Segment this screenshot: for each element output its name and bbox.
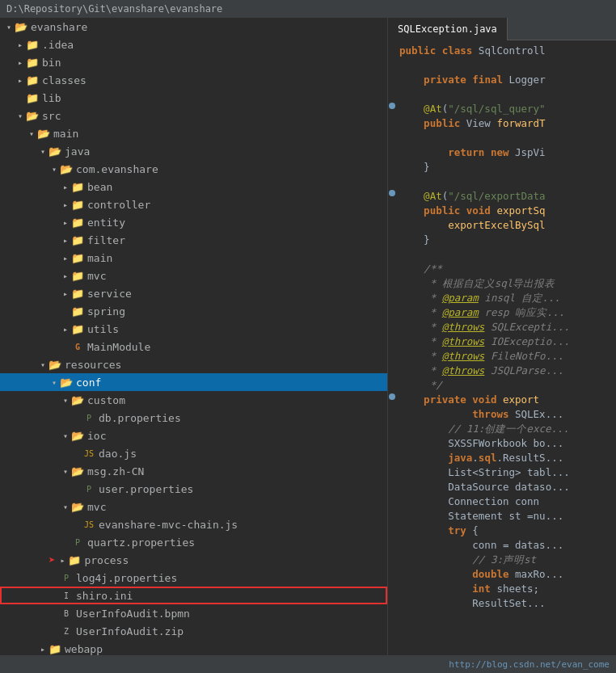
code-line: * 根据自定义sql导出报表: [399, 276, 613, 291]
tree-item-com.evanshare[interactable]: 📂com.evanshare: [0, 160, 387, 178]
gutter: [388, 40, 396, 655]
gutter-marker: [389, 103, 395, 109]
tree-item-service[interactable]: 📁service: [0, 284, 387, 302]
tree-icon-file-ini: I: [60, 589, 73, 602]
tree-label: dao.js: [99, 448, 384, 460]
main-area: 📂evanshare📁.idea📁bin📁classes📁lib📂src📂mai…: [0, 18, 616, 655]
tree-item-UserInfoAudit.bpmn[interactable]: BUserInfoAudit.bpmn: [0, 604, 387, 622]
bottom-bar: http://blog.csdn.net/evan_come: [0, 655, 616, 673]
code-line: List<String> tabl...: [399, 465, 613, 480]
tree-item-msg.zh-CN[interactable]: 📂msg.zh-CN: [0, 462, 387, 480]
tree-arrow: [15, 40, 26, 49]
tree-item-java[interactable]: 📂java: [0, 142, 387, 160]
tree-item-src[interactable]: 📂src: [0, 107, 387, 124]
tree-item-idea[interactable]: 📁.idea: [0, 36, 387, 53]
tree-label: webapp: [65, 643, 384, 655]
tree-label: bean: [87, 181, 384, 193]
tree-arrow: [60, 236, 71, 245]
tree-label: main: [87, 252, 384, 264]
project-path: D:\Repository\Git\evanshare\evanshare: [6, 3, 222, 15]
code-line: [399, 131, 613, 145]
tree-item-main[interactable]: 📂main: [0, 124, 387, 142]
tree-icon-folder: 📁: [71, 216, 84, 229]
tree-label: UserInfoAudit.zip: [76, 625, 384, 637]
tree-item-bean[interactable]: 📁bean: [0, 178, 387, 196]
bottom-url: http://blog.csdn.net/evan_come: [449, 659, 610, 670]
tree-item-MainModule[interactable]: GMainModule: [0, 338, 387, 355]
tree-item-conf[interactable]: 📂conf: [0, 373, 387, 391]
tree-item-shiro.ini[interactable]: Ishiro.ini: [0, 587, 387, 604]
tree-arrow: [37, 147, 49, 156]
tree-arrow: [37, 360, 49, 369]
tree-item-classes[interactable]: 📁classes: [0, 71, 387, 89]
tree-item-bin[interactable]: 📁bin: [0, 53, 387, 71]
tree-label: mvc: [87, 270, 384, 282]
tree-icon-folder-open: 📂: [71, 429, 84, 442]
tree-item-entity[interactable]: 📁entity: [0, 213, 387, 231]
tree-item-webapp[interactable]: 📁webapp: [0, 640, 387, 655]
tree-icon-file-props: P: [71, 536, 84, 549]
tree-item-UserInfoAudit.zip[interactable]: ZUserInfoAudit.zip: [0, 622, 387, 640]
tree-icon-folder-open: 📂: [71, 500, 84, 513]
tree-icon-folder-open: 📂: [71, 393, 84, 406]
code-panel: SQLException.java: [388, 18, 616, 655]
tree-icon-folder: 📁: [26, 56, 39, 69]
code-line: double maxRo...: [399, 567, 613, 582]
tree-item-evanshare[interactable]: 📂evanshare: [0, 18, 387, 36]
tree-arrow: [60, 467, 71, 476]
tree-label: classes: [42, 74, 384, 86]
tree-icon-folder-open: 📂: [49, 145, 61, 158]
tree-label: log4j.properties: [76, 572, 384, 584]
tree-item-quartz.properties[interactable]: Pquartz.properties: [0, 533, 387, 551]
tree-arrow: [3, 23, 15, 32]
code-line: Statement st =nu...: [399, 509, 613, 524]
tree-item-resources[interactable]: 📂resources: [0, 355, 387, 373]
tree-label: filter: [87, 234, 384, 246]
code-line: * @param resp 响应实...: [399, 305, 613, 320]
tree-item-log4j.properties[interactable]: Plog4j.properties: [0, 569, 387, 587]
tree-item-ioc[interactable]: 📂ioc: [0, 427, 387, 444]
tree-icon-folder: 📁: [26, 38, 39, 51]
code-line: exportExcelBySql: [399, 218, 613, 233]
code-line: private final Logger: [399, 73, 613, 87]
tree-item-db.properties[interactable]: Pdb.properties: [0, 409, 387, 427]
tree-label: bin: [42, 57, 384, 69]
tree-item-spring[interactable]: 📁spring: [0, 302, 387, 320]
tree-item-utils[interactable]: 📁utils: [0, 320, 387, 338]
code-tab-bar: SQLException.java: [388, 18, 616, 40]
tree-item-custom[interactable]: 📂custom: [0, 391, 387, 409]
code-lines: public class SqlControll private final L…: [396, 40, 616, 655]
tree-item-user.properties[interactable]: Puser.properties: [0, 480, 387, 498]
tree-arrow: [37, 645, 49, 654]
code-line: // 11:创建一个exce...: [399, 422, 613, 436]
code-line: * @throws FileNotFo...: [399, 349, 613, 364]
tab-sqlexception[interactable]: SQLException.java: [388, 18, 508, 40]
tree-icon-folder: 📁: [71, 180, 84, 193]
code-line: ResultSet...: [399, 596, 613, 611]
tree-item-mvc[interactable]: 📁mvc: [0, 267, 387, 284]
tree-label: evanshare: [31, 21, 384, 33]
gutter-marker: [389, 393, 395, 400]
tree-item-filter[interactable]: 📁filter: [0, 231, 387, 249]
tree-label: msg.zh-CN: [87, 465, 384, 477]
tree-label: com.evanshare: [76, 163, 384, 175]
tree-icon-file-zip: Z: [60, 625, 73, 637]
tree-label: java: [65, 145, 384, 158]
code-content: public class SqlControll private final L…: [388, 40, 616, 655]
tree-label: src: [42, 110, 384, 122]
tree-item-mvc2[interactable]: 📂mvc: [0, 498, 387, 515]
tree-item-main2[interactable]: 📁main: [0, 249, 387, 267]
code-line: * @throws JSQLParse...: [399, 364, 613, 378]
tree-item-controller[interactable]: 📁controller: [0, 196, 387, 213]
tree-item-dao.js[interactable]: JSdao.js: [0, 444, 387, 462]
tree-label: conf: [76, 376, 384, 389]
tree-icon-folder-open: 📂: [60, 376, 73, 389]
tree-icon-folder-open: 📂: [60, 162, 73, 175]
tree-arrow: [60, 325, 71, 334]
red-arrow-indicator: ➤: [49, 553, 55, 566]
tree-item-lib[interactable]: 📁lib: [0, 89, 387, 107]
code-line: java.sql.ResultS...: [399, 451, 613, 465]
tree-item-evanshare-mvc-chain.js[interactable]: JSevanshare-mvc-chain.js: [0, 515, 387, 533]
tree-item-process[interactable]: ➤📁process: [0, 551, 387, 569]
tree-icon-folder: 📁: [49, 642, 61, 655]
